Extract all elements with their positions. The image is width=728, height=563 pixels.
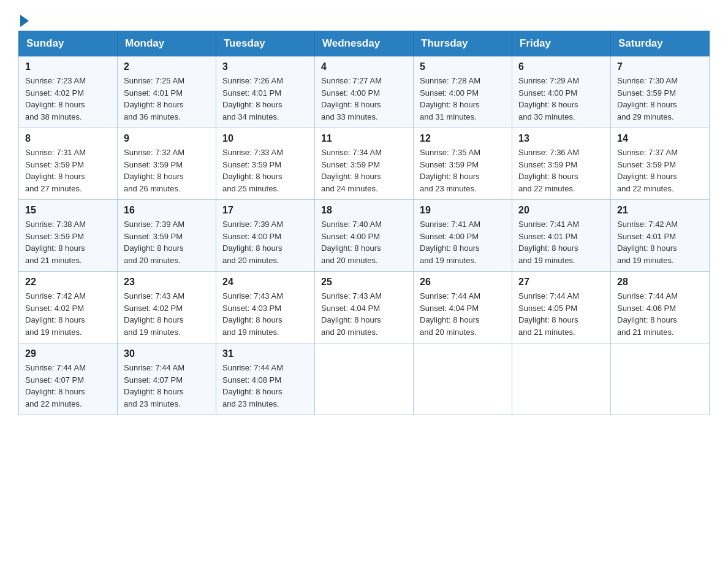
- calendar-cell: 25 Sunrise: 7:43 AM Sunset: 4:04 PM Dayl…: [315, 272, 414, 343]
- calendar-cell: 15 Sunrise: 7:38 AM Sunset: 3:59 PM Dayl…: [19, 200, 118, 272]
- day-info: Sunrise: 7:41 AM Sunset: 4:01 PM Dayligh…: [518, 218, 604, 266]
- day-number: 11: [321, 133, 407, 144]
- calendar-cell: 20 Sunrise: 7:41 AM Sunset: 4:01 PM Dayl…: [512, 200, 611, 272]
- day-info: Sunrise: 7:26 AM Sunset: 4:01 PM Dayligh…: [222, 75, 308, 123]
- calendar-cell: [611, 343, 710, 415]
- day-info: Sunrise: 7:29 AM Sunset: 4:00 PM Dayligh…: [518, 75, 604, 123]
- logo-arrow-icon: [20, 15, 29, 27]
- day-number: 16: [124, 205, 210, 216]
- day-number: 25: [321, 277, 407, 288]
- calendar-cell: 18 Sunrise: 7:40 AM Sunset: 4:00 PM Dayl…: [315, 200, 414, 272]
- column-header-friday: Friday: [512, 31, 611, 56]
- calendar-cell: 10 Sunrise: 7:33 AM Sunset: 3:59 PM Dayl…: [216, 128, 315, 200]
- calendar-cell: 7 Sunrise: 7:30 AM Sunset: 3:59 PM Dayli…: [611, 56, 710, 128]
- day-info: Sunrise: 7:40 AM Sunset: 4:00 PM Dayligh…: [321, 218, 407, 266]
- calendar-cell: 11 Sunrise: 7:34 AM Sunset: 3:59 PM Dayl…: [315, 128, 414, 200]
- day-info: Sunrise: 7:38 AM Sunset: 3:59 PM Dayligh…: [25, 218, 111, 266]
- day-info: Sunrise: 7:44 AM Sunset: 4:07 PM Dayligh…: [124, 362, 210, 410]
- day-info: Sunrise: 7:44 AM Sunset: 4:07 PM Dayligh…: [25, 362, 111, 410]
- column-header-wednesday: Wednesday: [315, 31, 414, 56]
- day-number: 6: [518, 61, 604, 72]
- day-number: 8: [25, 133, 111, 144]
- day-info: Sunrise: 7:36 AM Sunset: 3:59 PM Dayligh…: [518, 147, 604, 194]
- calendar-cell: 16 Sunrise: 7:39 AM Sunset: 3:59 PM Dayl…: [118, 200, 216, 272]
- calendar-cell: [315, 343, 414, 415]
- day-number: 22: [25, 277, 111, 288]
- day-info: Sunrise: 7:27 AM Sunset: 4:00 PM Dayligh…: [321, 75, 407, 123]
- calendar-cell: 4 Sunrise: 7:27 AM Sunset: 4:00 PM Dayli…: [315, 56, 414, 128]
- day-number: 5: [420, 61, 506, 72]
- day-info: Sunrise: 7:43 AM Sunset: 4:03 PM Dayligh…: [222, 290, 308, 338]
- column-header-thursday: Thursday: [414, 31, 512, 56]
- calendar-cell: 29 Sunrise: 7:44 AM Sunset: 4:07 PM Dayl…: [19, 343, 118, 415]
- day-info: Sunrise: 7:34 AM Sunset: 3:59 PM Dayligh…: [321, 147, 407, 194]
- day-number: 31: [222, 348, 308, 359]
- day-number: 13: [518, 133, 604, 144]
- calendar-week-row: 15 Sunrise: 7:38 AM Sunset: 3:59 PM Dayl…: [19, 200, 710, 272]
- calendar-cell: 27 Sunrise: 7:44 AM Sunset: 4:05 PM Dayl…: [512, 272, 611, 343]
- calendar-week-row: 29 Sunrise: 7:44 AM Sunset: 4:07 PM Dayl…: [19, 343, 710, 415]
- day-number: 19: [420, 205, 506, 216]
- day-number: 15: [25, 205, 111, 216]
- day-info: Sunrise: 7:33 AM Sunset: 3:59 PM Dayligh…: [222, 147, 308, 194]
- day-number: 3: [222, 61, 308, 72]
- day-number: 14: [617, 133, 703, 144]
- day-number: 7: [617, 61, 703, 72]
- calendar-cell: 13 Sunrise: 7:36 AM Sunset: 3:59 PM Dayl…: [512, 128, 611, 200]
- calendar-cell: 24 Sunrise: 7:43 AM Sunset: 4:03 PM Dayl…: [216, 272, 315, 343]
- calendar-cell: 12 Sunrise: 7:35 AM Sunset: 3:59 PM Dayl…: [414, 128, 512, 200]
- day-number: 20: [518, 205, 604, 216]
- day-info: Sunrise: 7:28 AM Sunset: 4:00 PM Dayligh…: [420, 75, 506, 123]
- calendar-cell: 22 Sunrise: 7:42 AM Sunset: 4:02 PM Dayl…: [19, 272, 118, 343]
- day-info: Sunrise: 7:44 AM Sunset: 4:08 PM Dayligh…: [222, 362, 308, 410]
- calendar-week-row: 8 Sunrise: 7:31 AM Sunset: 3:59 PM Dayli…: [19, 128, 710, 200]
- calendar-table: SundayMondayTuesdayWednesdayThursdayFrid…: [18, 31, 710, 415]
- day-number: 4: [321, 61, 407, 72]
- day-number: 1: [25, 61, 111, 72]
- calendar-cell: 19 Sunrise: 7:41 AM Sunset: 4:00 PM Dayl…: [414, 200, 512, 272]
- calendar-header-row: SundayMondayTuesdayWednesdayThursdayFrid…: [19, 31, 710, 56]
- calendar-cell: [414, 343, 512, 415]
- day-info: Sunrise: 7:39 AM Sunset: 3:59 PM Dayligh…: [124, 218, 210, 266]
- day-info: Sunrise: 7:37 AM Sunset: 3:59 PM Dayligh…: [617, 147, 703, 194]
- calendar-week-row: 22 Sunrise: 7:42 AM Sunset: 4:02 PM Dayl…: [19, 272, 710, 343]
- day-number: 9: [124, 133, 210, 144]
- day-info: Sunrise: 7:42 AM Sunset: 4:02 PM Dayligh…: [25, 290, 111, 338]
- day-info: Sunrise: 7:39 AM Sunset: 4:00 PM Dayligh…: [222, 218, 308, 266]
- day-info: Sunrise: 7:30 AM Sunset: 3:59 PM Dayligh…: [617, 75, 703, 123]
- day-info: Sunrise: 7:35 AM Sunset: 3:59 PM Dayligh…: [420, 147, 506, 194]
- day-info: Sunrise: 7:25 AM Sunset: 4:01 PM Dayligh…: [124, 75, 210, 123]
- calendar-cell: 30 Sunrise: 7:44 AM Sunset: 4:07 PM Dayl…: [118, 343, 216, 415]
- calendar-cell: 17 Sunrise: 7:39 AM Sunset: 4:00 PM Dayl…: [216, 200, 315, 272]
- calendar-cell: 14 Sunrise: 7:37 AM Sunset: 3:59 PM Dayl…: [611, 128, 710, 200]
- day-info: Sunrise: 7:32 AM Sunset: 3:59 PM Dayligh…: [124, 147, 210, 194]
- day-info: Sunrise: 7:44 AM Sunset: 4:06 PM Dayligh…: [617, 290, 703, 338]
- day-number: 29: [25, 348, 111, 359]
- day-number: 26: [420, 277, 506, 288]
- day-info: Sunrise: 7:23 AM Sunset: 4:02 PM Dayligh…: [25, 75, 111, 123]
- calendar-week-row: 1 Sunrise: 7:23 AM Sunset: 4:02 PM Dayli…: [19, 56, 710, 128]
- calendar-cell: 8 Sunrise: 7:31 AM Sunset: 3:59 PM Dayli…: [19, 128, 118, 200]
- calendar-cell: 1 Sunrise: 7:23 AM Sunset: 4:02 PM Dayli…: [19, 56, 118, 128]
- day-number: 18: [321, 205, 407, 216]
- calendar-cell: 26 Sunrise: 7:44 AM Sunset: 4:04 PM Dayl…: [414, 272, 512, 343]
- calendar-cell: 31 Sunrise: 7:44 AM Sunset: 4:08 PM Dayl…: [216, 343, 315, 415]
- day-number: 21: [617, 205, 703, 216]
- calendar-cell: 9 Sunrise: 7:32 AM Sunset: 3:59 PM Dayli…: [118, 128, 216, 200]
- day-number: 24: [222, 277, 308, 288]
- day-number: 30: [124, 348, 210, 359]
- calendar-cell: 21 Sunrise: 7:42 AM Sunset: 4:01 PM Dayl…: [611, 200, 710, 272]
- calendar-cell: 5 Sunrise: 7:28 AM Sunset: 4:00 PM Dayli…: [414, 56, 512, 128]
- day-info: Sunrise: 7:31 AM Sunset: 3:59 PM Dayligh…: [25, 147, 111, 194]
- calendar-cell: 28 Sunrise: 7:44 AM Sunset: 4:06 PM Dayl…: [611, 272, 710, 343]
- day-number: 27: [518, 277, 604, 288]
- day-number: 10: [222, 133, 308, 144]
- day-number: 2: [124, 61, 210, 72]
- day-info: Sunrise: 7:42 AM Sunset: 4:01 PM Dayligh…: [617, 218, 703, 266]
- column-header-tuesday: Tuesday: [216, 31, 315, 56]
- day-info: Sunrise: 7:44 AM Sunset: 4:05 PM Dayligh…: [518, 290, 604, 338]
- page-header: [18, 12, 710, 25]
- calendar-cell: 6 Sunrise: 7:29 AM Sunset: 4:00 PM Dayli…: [512, 56, 611, 128]
- day-info: Sunrise: 7:44 AM Sunset: 4:04 PM Dayligh…: [420, 290, 506, 338]
- day-number: 28: [617, 277, 703, 288]
